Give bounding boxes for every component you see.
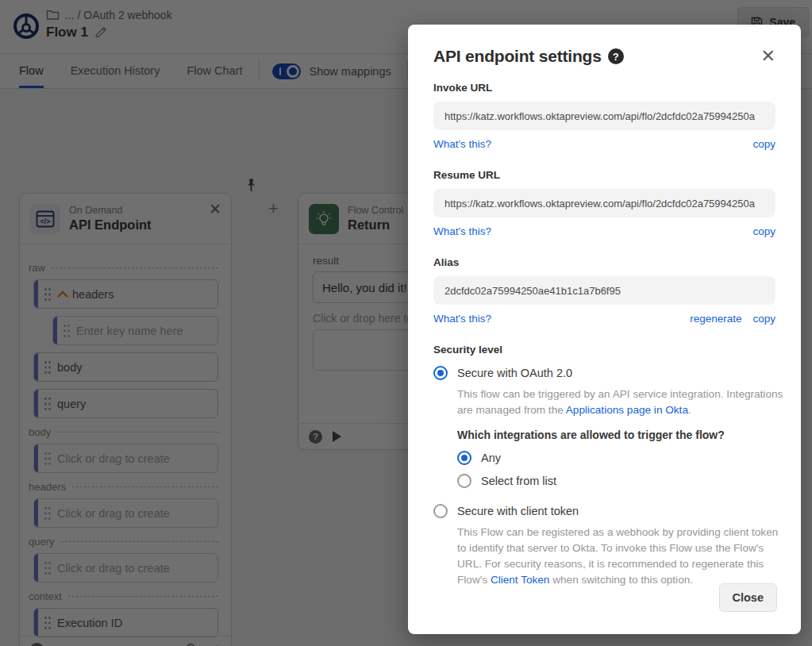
any-radio-label: Any bbox=[481, 452, 501, 464]
alias-field[interactable]: 2dcfdc02a75994250ae41b1c1a7b6f95 bbox=[433, 276, 775, 305]
oauth-radio-label: Secure with OAuth 2.0 bbox=[457, 367, 572, 379]
modal-title: API endpoint settings bbox=[433, 47, 602, 66]
select-from-list-label: Select from list bbox=[481, 475, 556, 487]
invoke-url-field[interactable]: https://katz.workflows.oktapreview.com/a… bbox=[433, 102, 775, 130]
resume-whats-this-link[interactable]: What's this? bbox=[433, 225, 491, 237]
client-token-radio[interactable] bbox=[433, 504, 448, 518]
client-token-radio-row[interactable]: Secure with client token bbox=[433, 504, 775, 518]
client-token-link[interactable]: Client Token bbox=[491, 574, 550, 586]
client-token-description: This Flow can be registered as a webhook… bbox=[457, 525, 786, 587]
resume-copy-link[interactable]: copy bbox=[752, 225, 775, 237]
invoke-copy-link[interactable]: copy bbox=[752, 138, 775, 150]
modal-help-icon[interactable]: ? bbox=[608, 48, 624, 64]
oauth-radio-selected[interactable] bbox=[433, 366, 448, 380]
modal-title-row: API endpoint settings ? ✕ bbox=[433, 47, 775, 66]
any-radio-selected[interactable] bbox=[457, 451, 471, 465]
resume-url-label: Resume URL bbox=[433, 169, 775, 181]
resume-url-field[interactable]: https://katz.workflows.oktapreview.com/a… bbox=[433, 189, 775, 217]
oauth-radio-row[interactable]: Secure with OAuth 2.0 bbox=[433, 366, 775, 380]
any-radio-row[interactable]: Any bbox=[457, 451, 775, 465]
alias-copy-link[interactable]: copy bbox=[752, 313, 775, 325]
invoke-url-links: What's this? copy bbox=[433, 138, 775, 150]
modal-close-icon[interactable]: ✕ bbox=[761, 48, 775, 65]
integrations-radio-group: Any Select from list bbox=[457, 451, 775, 488]
oauth-description: This flow can be triggered by an API ser… bbox=[457, 386, 786, 417]
alias-regenerate-link[interactable]: regenerate bbox=[690, 313, 741, 325]
alias-links: What's this? regenerate copy bbox=[433, 313, 775, 325]
oauth-desc-period: . bbox=[688, 404, 691, 416]
api-endpoint-settings-modal: API endpoint settings ? ✕ Invoke URL htt… bbox=[408, 25, 801, 634]
security-level-label: Security level bbox=[433, 344, 775, 356]
client-token-label: Secure with client token bbox=[457, 505, 579, 517]
resume-url-links: What's this? copy bbox=[433, 225, 775, 237]
integrations-question: Which integrations are allowed to trigge… bbox=[457, 429, 775, 441]
invoke-whats-this-link[interactable]: What's this? bbox=[433, 138, 491, 150]
invoke-url-label: Invoke URL bbox=[433, 82, 775, 94]
alias-whats-this-link[interactable]: What's this? bbox=[433, 313, 491, 325]
alias-label: Alias bbox=[433, 256, 775, 268]
close-button[interactable]: Close bbox=[719, 583, 778, 612]
select-from-list-radio[interactable] bbox=[457, 474, 471, 488]
select-from-list-radio-row[interactable]: Select from list bbox=[457, 474, 775, 488]
applications-page-link[interactable]: Applications page in Okta bbox=[566, 404, 688, 416]
client-desc-tail: when switching to this option. bbox=[549, 574, 693, 586]
